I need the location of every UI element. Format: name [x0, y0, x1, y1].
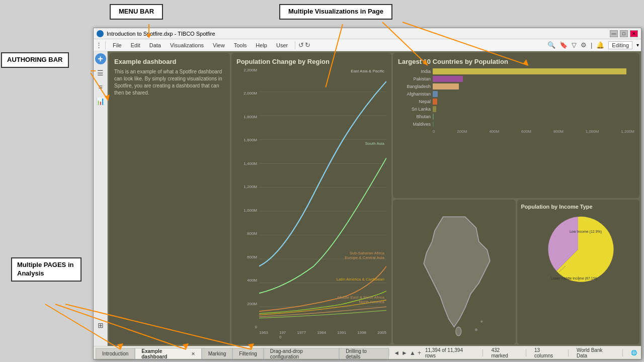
- refresh-icon[interactable]: ↺: [298, 41, 304, 49]
- nav-next-icon[interactable]: ►: [401, 349, 408, 356]
- income-title: Population by Income Type: [521, 204, 636, 210]
- nav-prev-icon[interactable]: ◄: [393, 349, 399, 356]
- annotation-line-3: [91, 70, 96, 71]
- search-icon[interactable]: 🔍: [547, 41, 555, 49]
- bar-label-pakistan: Pakistan: [398, 76, 431, 81]
- tab-example-dashboard[interactable]: Example dashboard ✕: [135, 348, 201, 359]
- bar-row-afghanistan: Afghanistan: [398, 91, 634, 97]
- bar-fill-india: [433, 68, 626, 74]
- pages-icon[interactable]: ☰: [95, 67, 106, 78]
- bar-container-pakistan: [433, 76, 634, 82]
- menu-file[interactable]: File: [109, 41, 126, 49]
- bar-fill-srilanka: [433, 106, 436, 112]
- largest-title: Largest 10 Countries by Population: [398, 58, 634, 65]
- tab-filtering[interactable]: Filtering: [232, 348, 264, 359]
- title-bar-controls[interactable]: — □ ✕: [610, 30, 638, 37]
- bar-fill-nepal: [433, 99, 437, 105]
- menu-tools[interactable]: Tools: [230, 41, 251, 49]
- intro-title: Example dashboard: [114, 58, 225, 65]
- authoring-bar-annotation: AUTHORING BAR: [1, 52, 69, 68]
- axis-1200: 1,200M: [621, 129, 634, 134]
- tab-introduction[interactable]: Introduction: [96, 348, 135, 359]
- y-label-10: 200M: [247, 302, 257, 306]
- charts-icon[interactable]: 📊: [95, 96, 106, 107]
- add-button[interactable]: +: [95, 53, 106, 64]
- filter-icon[interactable]: ▽: [572, 41, 577, 49]
- y-label-1: 2,000M: [244, 91, 257, 96]
- bar-label-afghanistan: Afghanistan: [398, 92, 431, 97]
- x-label-5: 1998: [357, 330, 366, 339]
- bar-container-srilanka: [433, 106, 634, 112]
- menu-user[interactable]: User: [272, 41, 292, 49]
- title-bar-left: Introduction to Spotfire.dxp - TIBCO Spo…: [97, 30, 215, 37]
- menu-edit[interactable]: Edit: [127, 41, 144, 49]
- intro-panel: Example dashboard This is an example of …: [109, 53, 230, 344]
- bar-fill-pakistan: [433, 76, 463, 82]
- play-icon[interactable]: ⊞: [95, 320, 106, 331]
- axis-800: 800M: [553, 129, 564, 134]
- bar-label-bhutan: Bhutan: [398, 114, 431, 119]
- menu-visualizations[interactable]: Visualizations: [166, 41, 208, 49]
- status-info: 11,394 of 11,394 rows 432 marked 13 colu…: [425, 347, 641, 358]
- bar-row-bhutan: Bhutan: [398, 114, 634, 120]
- bar-axis: 0 200M 400M 600M 800M 1,000M 1,200M: [398, 129, 634, 134]
- svg-point-23: [475, 329, 477, 331]
- axis-600: 600M: [521, 129, 531, 134]
- x-label-0: 1963: [259, 330, 268, 339]
- income-panel: Population by Income Type Low Income (12…: [517, 200, 640, 345]
- annotation-arrow-1: [146, 34, 151, 38]
- source-status: World Bank Data: [577, 347, 614, 358]
- bar-label-srilanka: Sri Lanka: [398, 107, 431, 112]
- bar-fill-bangladesh: [433, 83, 459, 89]
- editing-badge[interactable]: Editing: [608, 41, 632, 49]
- region-label-mideast: Middle East & North AfricaNorth America: [338, 295, 384, 304]
- marked-status: 432 marked: [491, 347, 518, 358]
- menu-dots-icon[interactable]: ⋮: [96, 41, 102, 49]
- bar-fill-afghanistan: [433, 91, 438, 97]
- menu-view[interactable]: View: [209, 41, 229, 49]
- menu-help[interactable]: Help: [252, 41, 271, 49]
- notification-icon[interactable]: 🔔: [596, 41, 604, 49]
- region-label-south-asia: South Asia: [365, 141, 384, 146]
- chart-svg-area: East Asia & Pacific South Asia Sub-Sahar…: [259, 68, 386, 329]
- details-icon[interactable]: ≡: [95, 81, 106, 93]
- bar-row-nepal: Nepal: [398, 99, 634, 105]
- pie-chart-svg: Low Income (12.9%) Lower middle income (…: [538, 212, 618, 287]
- menu-separator-2: [295, 41, 295, 49]
- axis-1000: 1,000M: [586, 129, 599, 134]
- bar-row-srilanka: Sri Lanka: [398, 106, 634, 112]
- low-income-label: Low Income (12.9%): [570, 230, 602, 234]
- redo-icon[interactable]: ↻: [305, 41, 310, 49]
- close-button[interactable]: ✕: [630, 30, 638, 37]
- tab-drilling[interactable]: Drilling to details: [339, 348, 389, 359]
- restore-button[interactable]: □: [620, 30, 628, 37]
- bar-fill-maldives: [433, 121, 434, 127]
- pie-chart-container: Low Income (12.9%) Lower middle income (…: [521, 212, 636, 287]
- y-label-2: 1,800M: [244, 115, 257, 119]
- nav-up-icon[interactable]: ▲: [410, 349, 416, 356]
- status-sep-2: [526, 349, 526, 356]
- settings-icon[interactable]: ⚙: [581, 41, 587, 49]
- bar-label-maldives: Maldives: [398, 122, 431, 127]
- menu-data[interactable]: Data: [145, 41, 165, 49]
- bar-label-nepal: Nepal: [398, 99, 431, 104]
- nav-add-icon[interactable]: +: [418, 349, 421, 356]
- editing-dropdown[interactable]: ▾: [636, 42, 639, 48]
- tab-marking[interactable]: Marking: [202, 348, 233, 359]
- tab-close-example[interactable]: ✕: [191, 351, 195, 356]
- bar-fill-bhutan: [433, 114, 434, 120]
- content-area: Example dashboard This is an example of …: [108, 51, 641, 346]
- svg-point-24: [481, 321, 482, 322]
- status-bar: Introduction Example dashboard ✕ Marking…: [94, 346, 641, 359]
- y-label-8: 600M: [247, 255, 257, 259]
- minimize-button[interactable]: —: [610, 30, 618, 37]
- tab-drag-drop[interactable]: Drag-and-drop configuration: [264, 348, 339, 359]
- line-chart-svg: [259, 68, 386, 329]
- bookmark-icon[interactable]: 🔖: [559, 41, 568, 49]
- bar-row-maldives: Maldives: [398, 121, 634, 127]
- region-label-east-asia: East Asia & Pacific: [351, 69, 384, 73]
- status-sep-3: [568, 349, 569, 356]
- axis-200: 200M: [457, 129, 467, 134]
- window-title: Introduction to Spotfire.dxp - TIBCO Spo…: [107, 31, 215, 37]
- bar-label-bangladesh: Bangladesh: [398, 84, 431, 89]
